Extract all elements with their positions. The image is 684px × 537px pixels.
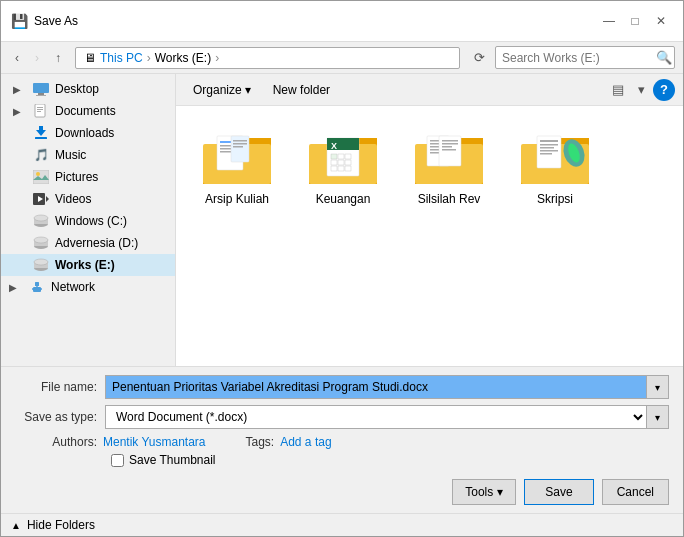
save-button[interactable]: Save: [524, 479, 593, 505]
search-input[interactable]: [502, 51, 652, 65]
folder-label-keuangan: Keuangan: [316, 192, 371, 206]
svg-rect-25: [33, 287, 41, 292]
sidebar-item-downloads[interactable]: Downloads: [1, 122, 175, 144]
sidebar-item-advernesia[interactable]: Advernesia (D:): [1, 232, 175, 254]
thumbnail-checkbox[interactable]: [111, 454, 124, 467]
sidebar-label-advernesia: Advernesia (D:): [55, 236, 138, 250]
svg-text:X: X: [331, 141, 337, 151]
works-drive-icon: [32, 257, 50, 273]
svg-rect-73: [540, 147, 554, 149]
svg-rect-37: [231, 136, 249, 162]
svg-rect-3: [35, 104, 45, 117]
expand-icon-documents: ▶: [13, 106, 27, 117]
main-area: ▶ Desktop ▶ Documents Downloa: [1, 74, 683, 366]
svg-rect-72: [540, 144, 558, 146]
authors-label: Authors:: [23, 435, 103, 449]
refresh-button[interactable]: ⟳: [468, 46, 491, 69]
filename-dropdown-arrow[interactable]: ▾: [647, 375, 669, 399]
tools-button[interactable]: Tools ▾: [452, 479, 516, 505]
folder-arsip-kuliah[interactable]: Arsip Kuliah: [192, 122, 282, 212]
tags-value[interactable]: Add a tag: [280, 435, 331, 449]
sidebar-item-works[interactable]: Works (E:): [1, 254, 175, 276]
title-bar-left: 💾 Save As: [11, 13, 78, 29]
sidebar-label-downloads: Downloads: [55, 126, 114, 140]
savetype-select[interactable]: Word Document (*.docx): [105, 405, 647, 429]
folder-keuangan[interactable]: X Keuan: [298, 122, 388, 212]
breadcrumb-works[interactable]: Works (E:): [155, 51, 211, 65]
bottom-section: File name: ▾ Save as type: Word Document…: [1, 366, 683, 513]
expand-icon-network: ▶: [9, 282, 23, 293]
svg-rect-5: [37, 109, 43, 110]
tools-dropdown-icon: ▾: [497, 485, 503, 499]
title-bar: 💾 Save As — □ ✕: [1, 1, 683, 42]
svg-rect-71: [540, 140, 558, 142]
sidebar-item-pictures[interactable]: Pictures: [1, 166, 175, 188]
svg-point-18: [34, 215, 48, 221]
tags-label: Tags:: [246, 435, 275, 449]
advernesia-drive-icon: [32, 235, 50, 251]
sidebar-item-network[interactable]: ▶ Network: [1, 276, 175, 298]
folder-skripsi[interactable]: Skripsi: [510, 122, 600, 212]
svg-rect-40: [233, 146, 243, 148]
filename-input[interactable]: [105, 375, 647, 399]
organize-dropdown-icon: ▾: [245, 83, 251, 97]
content-area: Arsip Kuliah X: [176, 106, 683, 366]
forward-button[interactable]: ›: [29, 47, 45, 69]
downloads-icon: [32, 125, 50, 141]
windows-drive-icon: [32, 213, 50, 229]
svg-rect-67: [442, 149, 456, 151]
folder-silsilah[interactable]: Silsilah Rev: [404, 122, 494, 212]
maximize-button[interactable]: □: [623, 9, 647, 33]
savetype-dropdown-arrow[interactable]: ▾: [647, 405, 669, 429]
sidebar-label-pictures: Pictures: [55, 170, 98, 184]
navigation-toolbar: ‹ › ↑ 🖥 This PC › Works (E:) › ⟳ 🔍: [1, 42, 683, 74]
back-button[interactable]: ‹: [9, 47, 25, 69]
sidebar-item-documents[interactable]: ▶ Documents: [1, 100, 175, 122]
savetype-row: Save as type: Word Document (*.docx) ▾: [15, 405, 669, 429]
svg-rect-2: [36, 95, 46, 96]
music-icon: 🎵: [32, 147, 50, 163]
svg-rect-4: [37, 107, 43, 108]
dialog-icon: 💾: [11, 13, 28, 29]
svg-rect-8: [39, 126, 43, 131]
sidebar-label-windows: Windows (C:): [55, 214, 127, 228]
title-bar-controls: — □ ✕: [597, 9, 673, 33]
close-button[interactable]: ✕: [649, 9, 673, 33]
folder-thumb-skripsi: [519, 128, 591, 188]
view-buttons: ▤ ▾ ?: [606, 78, 675, 101]
breadcrumb-thispc[interactable]: This PC: [100, 51, 143, 65]
svg-rect-65: [442, 143, 458, 145]
sidebar-label-documents: Documents: [55, 104, 116, 118]
svg-rect-38: [233, 140, 247, 142]
authors-value[interactable]: Mentik Yusmantara: [103, 435, 206, 449]
hide-folders-chevron-icon: ▲: [11, 520, 21, 531]
view-mode-button[interactable]: ▤: [606, 78, 630, 101]
svg-rect-53: [338, 166, 344, 171]
organize-button[interactable]: Organize ▾: [184, 79, 260, 101]
network-icon: [28, 279, 46, 295]
sidebar-item-music[interactable]: 🎵 Music: [1, 144, 175, 166]
svg-rect-74: [540, 150, 558, 152]
sidebar: ▶ Desktop ▶ Documents Downloa: [1, 74, 176, 366]
folder-label-silsilah: Silsilah Rev: [418, 192, 481, 206]
new-folder-button[interactable]: New folder: [264, 79, 339, 101]
help-button[interactable]: ?: [653, 79, 675, 101]
folder-thumb-keuangan: X: [307, 128, 379, 188]
svg-point-11: [36, 172, 40, 176]
save-as-dialog: 💾 Save As — □ ✕ ‹ › ↑ 🖥 This PC › Works …: [0, 0, 684, 537]
view-dropdown-button[interactable]: ▾: [632, 78, 651, 101]
svg-rect-26: [35, 282, 39, 286]
hide-folders-bar[interactable]: ▲ Hide Folders: [1, 513, 683, 536]
sidebar-item-windows[interactable]: Windows (C:): [1, 210, 175, 232]
breadcrumb-bar[interactable]: 🖥 This PC › Works (E:) ›: [75, 47, 460, 69]
minimize-button[interactable]: —: [597, 9, 621, 33]
sidebar-label-network: Network: [51, 280, 95, 294]
thumbnail-row: Save Thumbnail: [15, 453, 669, 467]
hide-folders-label: Hide Folders: [27, 518, 95, 532]
sidebar-item-videos[interactable]: Videos: [1, 188, 175, 210]
up-button[interactable]: ↑: [49, 47, 67, 69]
sidebar-item-desktop[interactable]: ▶ Desktop: [1, 78, 175, 100]
pictures-icon: [32, 169, 50, 185]
cancel-button[interactable]: Cancel: [602, 479, 669, 505]
svg-point-24: [34, 259, 48, 265]
